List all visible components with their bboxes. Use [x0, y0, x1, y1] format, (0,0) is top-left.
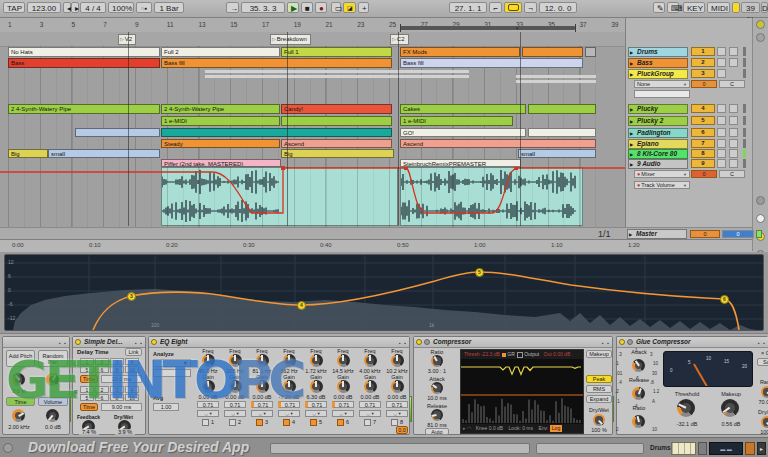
gain-knob[interactable] [256, 380, 269, 393]
master-track-header[interactable]: ▶Master [627, 229, 687, 239]
arrangement-clip[interactable]: Full 1 [281, 47, 392, 57]
macro-knob[interactable] [46, 373, 59, 386]
arrangement-clip[interactable]: Ascend [400, 139, 596, 148]
arrangement-clip[interactable]: Full 2 [161, 47, 280, 57]
delay-beat-button-4[interactable]: 4 [125, 358, 139, 365]
sidechain-listen-icon[interactable]: ▸ ◠ [463, 425, 471, 431]
hide-devices-circle-icon[interactable] [3, 443, 13, 453]
automation-arm-icon[interactable]: ◪ [343, 2, 356, 13]
track-solo-button[interactable] [717, 128, 726, 137]
arrangement-clip[interactable]: 2 4-Synth-Watery Pipe [161, 104, 280, 114]
sidechain-toggle-icon[interactable] [424, 339, 430, 345]
track-activator-button[interactable]: 6 [691, 128, 715, 137]
track-solo-button[interactable] [717, 149, 726, 158]
arrangement-clip[interactable]: 1 e-MIDI [400, 116, 513, 126]
band-checkbox-2[interactable] [229, 419, 236, 426]
track-solo-button[interactable] [717, 139, 726, 148]
track-header-epiano[interactable]: ▶Epiano [628, 139, 688, 149]
macro-button-random-pan[interactable]: Random Pan [38, 350, 68, 367]
delay-beat-button-3[interactable]: 3 [110, 358, 124, 365]
delay-beat-button-5[interactable]: 5 [80, 394, 94, 401]
attack-knob[interactable] [632, 359, 645, 372]
filter-type-dropdown[interactable]: ◡ ▾ [305, 410, 327, 417]
sidechain-toggle-icon[interactable] [627, 339, 633, 345]
track-arm-button[interactable] [729, 149, 738, 158]
key-map-button[interactable]: KEY [683, 2, 705, 13]
knee-readout[interactable]: Knee 0.0 dB [476, 425, 504, 431]
time-signature-field[interactable]: 4 / 4 [80, 2, 106, 13]
filter-type-dropdown[interactable]: ◡ ▾ [251, 410, 273, 417]
group-device-chooser[interactable]: None▼ [634, 80, 690, 88]
gain-knob[interactable] [364, 380, 377, 393]
arrangement-clip-segment[interactable] [528, 128, 596, 137]
arrangement-clip[interactable]: No Hats [8, 47, 160, 57]
gr-checkbox[interactable] [502, 353, 506, 357]
band-checkbox-8[interactable] [391, 419, 398, 426]
time-ruler[interactable]: 0:000:100:200:300:400:501:001:101:20 [0, 239, 752, 252]
compressor-display[interactable]: Thresh -22.3 dB GR Output Out 0.00 dB ▸ … [460, 349, 584, 434]
macro-knob[interactable] [46, 409, 59, 422]
freq-knob[interactable] [256, 354, 269, 367]
back-to-arrangement-button[interactable] [756, 20, 765, 29]
threshold-knob[interactable] [677, 399, 695, 417]
tap-tempo-button[interactable]: TAP [3, 2, 25, 13]
record-button[interactable]: ● [315, 2, 327, 13]
device-header-icons[interactable]: ▪ ▪ [399, 339, 407, 348]
arrangement-clip[interactable]: Ascend [281, 139, 392, 148]
analyze-block-dropdown[interactable]: ▼ [153, 359, 191, 367]
device-header-icons[interactable]: ▪ ▪ [135, 339, 143, 348]
gain-knob[interactable] [229, 380, 242, 393]
delay-beat-button-6[interactable]: 6 [95, 394, 109, 401]
returns-section-toggle[interactable] [756, 214, 765, 223]
macro-button-add-pitch[interactable]: Add Pitch [6, 350, 35, 367]
track-solo-button[interactable] [717, 58, 726, 67]
arrangement-clip-segment[interactable] [161, 128, 392, 137]
audio-automation-device[interactable]: ●Mixer▼ [634, 170, 690, 178]
device-on-toggle[interactable] [416, 339, 422, 345]
track-fold-icon[interactable]: ▶ [630, 130, 633, 138]
overview-toggle-icon[interactable] [756, 33, 765, 42]
range-knob[interactable] [761, 386, 768, 398]
filter-type-dropdown[interactable]: ◡ ▾ [278, 410, 300, 417]
track-solo-button[interactable] [717, 104, 726, 113]
loop-length-field[interactable]: 12. 0. 0 [539, 2, 577, 13]
q-value[interactable]: 0.71 [332, 401, 354, 408]
capture-plus-button[interactable]: + [358, 2, 369, 13]
track-solo-button[interactable] [717, 69, 726, 78]
arrangement-position-field[interactable]: 35. 3. 3 [241, 2, 285, 13]
filter-type-dropdown[interactable]: ◡ ▾ [359, 410, 381, 417]
audio-clip-body-steinbruch[interactable] [400, 167, 583, 226]
arrangement-clip-segment[interactable] [205, 70, 469, 73]
freq-knob[interactable] [283, 354, 296, 367]
freq-knob[interactable] [202, 354, 215, 367]
track-fold-icon[interactable]: ▶ [630, 106, 633, 114]
link-button[interactable]: Link [125, 348, 142, 356]
follow-button[interactable]: → [226, 2, 239, 13]
track-arm-button[interactable] [729, 58, 738, 67]
eq-spectrum-display[interactable]: 1260-6-121001k3456 [4, 254, 764, 331]
track-header-bass[interactable]: ▶Bass [628, 58, 688, 68]
device-rack[interactable]: ▪ ▪ Add Pitch Random Pan 0.0 st Time Vol… [2, 336, 70, 435]
track-arm-button[interactable] [729, 139, 738, 148]
q-value[interactable]: 0.71 [386, 401, 408, 408]
punch-in-icon[interactable]: ⌐ [489, 2, 502, 13]
groove-amount-field[interactable]: 100% [108, 2, 134, 13]
avg-value[interactable]: 1.00 [153, 403, 179, 411]
track-header-padlington[interactable]: ▶Padlington [628, 128, 688, 138]
delay-l-time-value[interactable]: 10.0 ms [101, 375, 142, 383]
io-section-toggle[interactable] [756, 196, 765, 205]
arrangement-clip[interactable]: Big [281, 149, 394, 158]
arrangement-clip-segment[interactable] [281, 116, 392, 126]
gain-knob[interactable] [310, 380, 323, 393]
macro-knob[interactable] [12, 409, 25, 422]
arrangement-clip[interactable]: 1 e-MIDI [161, 116, 280, 126]
track-fold-icon[interactable]: ▶ [630, 60, 633, 68]
track-fold-icon[interactable]: ▶ [630, 71, 633, 79]
play-button[interactable]: ▶ [287, 2, 299, 13]
group-param-chooser[interactable] [634, 90, 690, 98]
band-checkbox-7[interactable] [364, 419, 371, 426]
eq-band-node-5[interactable]: 5 [475, 268, 484, 277]
delay-beat-button-8[interactable]: 8 [110, 366, 124, 373]
q-value[interactable]: 0.71 [224, 401, 246, 408]
arrangement-clip[interactable]: GO! [400, 128, 526, 137]
